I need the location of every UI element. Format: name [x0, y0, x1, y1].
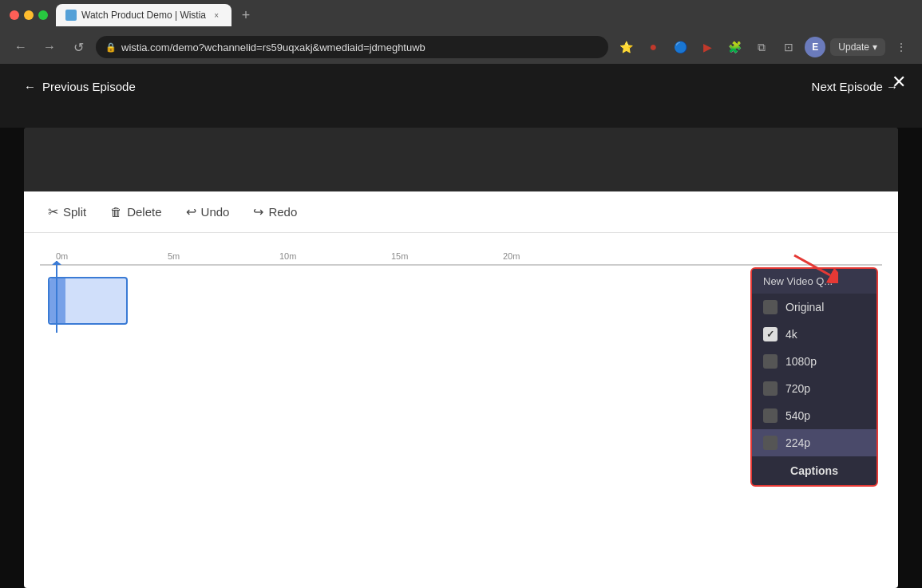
quality-1080p[interactable]: 1080p — [752, 348, 876, 375]
prev-arrow-icon: ← — [24, 80, 36, 93]
tab-title: Watch Product Demo | Wistia — [81, 10, 206, 21]
youtube-icon[interactable]: ▶ — [696, 36, 718, 58]
redo-icon: ↪ — [253, 204, 263, 219]
browser-chrome: Watch Product Demo | Wistia × + ← → ↺ 🔒 … — [0, 0, 922, 64]
video-top-area — [24, 128, 898, 191]
clip-handle-left[interactable] — [49, 278, 65, 323]
menu-icon[interactable]: ⋮ — [890, 36, 912, 58]
tab-close-button[interactable]: × — [211, 10, 222, 21]
ruler-mark-5m: 5m — [168, 251, 180, 261]
episode-navigation: ← Previous Episode Next Episode → — [0, 64, 922, 109]
quality-720p-checkbox — [763, 381, 778, 396]
extension-icon-1[interactable]: 🔵 — [669, 36, 691, 58]
ruler-mark-20m: 20m — [503, 251, 520, 261]
checkmark-icon: ✓ — [766, 329, 774, 340]
timeline-ruler: 0m 5m 10m 15m 20m — [40, 241, 882, 265]
quality-1080p-label: 1080p — [785, 355, 817, 368]
user-avatar[interactable]: E — [805, 37, 825, 57]
ruler-mark-10m: 10m — [279, 251, 296, 261]
quality-540p-label: 540p — [785, 409, 810, 422]
tab-favicon — [65, 10, 77, 21]
quality-4k-checkbox: ✓ — [763, 327, 778, 341]
traffic-lights — [10, 10, 48, 20]
cast-icon[interactable]: ⧉ — [750, 36, 773, 58]
next-episode-button[interactable]: Next Episode → — [812, 80, 898, 93]
window-icon[interactable]: ⊡ — [778, 36, 800, 58]
trash-icon: 🗑 — [110, 205, 122, 219]
delete-tool-button[interactable]: 🗑 Delete — [110, 205, 161, 219]
previous-episode-button[interactable]: ← Previous Episode — [24, 80, 136, 93]
previous-episode-label: Previous Episode — [42, 80, 136, 93]
quality-224p[interactable]: 224p — [752, 429, 876, 456]
quality-224p-label: 224p — [785, 436, 810, 449]
redo-tool-button[interactable]: ↪ Redo — [253, 204, 297, 219]
split-tool-button[interactable]: ✂ Split — [48, 204, 86, 219]
ruler-mark-0m: 0m — [56, 251, 68, 261]
toolbar-right: ⭐ ● 🔵 ▶ 🧩 ⧉ ⊡ E Update ▾ ⋮ — [615, 36, 912, 58]
update-chevron: ▾ — [873, 41, 877, 53]
timeline-separator — [40, 265, 882, 266]
reload-button[interactable]: ↺ — [67, 36, 89, 58]
back-button[interactable]: ← — [10, 36, 32, 58]
page-content: ✕ ← Previous Episode Next Episode → ✂ Sp… — [0, 64, 922, 588]
undo-tool-button[interactable]: ↩ Undo — [186, 204, 230, 219]
quality-720p-label: 720p — [785, 382, 810, 395]
maximize-traffic-light[interactable] — [38, 10, 48, 20]
next-episode-label: Next Episode → — [812, 80, 898, 93]
quality-original-checkbox — [763, 300, 778, 314]
undo-icon: ↩ — [186, 204, 196, 219]
minimize-traffic-light[interactable] — [24, 10, 34, 20]
close-button[interactable]: ✕ — [892, 72, 906, 93]
close-traffic-light[interactable] — [10, 10, 19, 20]
captions-button[interactable]: Captions — [752, 456, 876, 485]
quality-720p[interactable]: 720p — [752, 375, 876, 402]
video-container: ✂ Split 🗑 Delete ↩ Undo ↪ Redo — [24, 128, 898, 588]
tab-bar: Watch Product Demo | Wistia × + — [56, 4, 912, 26]
new-tab-button[interactable]: + — [235, 4, 257, 26]
ruler-mark-15m: 15m — [391, 251, 408, 261]
active-tab[interactable]: Watch Product Demo | Wistia × — [56, 4, 231, 26]
bookmark-icon[interactable]: ⭐ — [615, 36, 637, 58]
playhead[interactable] — [56, 261, 57, 333]
address-field[interactable]: 🔒 wistia.com/demo?wchannelid=rs59uqxakj&… — [96, 36, 608, 58]
quality-540p[interactable]: 540p — [752, 402, 876, 429]
editor-toolbar: ✂ Split 🗑 Delete ↩ Undo ↪ Redo — [24, 191, 898, 233]
address-bar-row: ← → ↺ 🔒 wistia.com/demo?wchannelid=rs59u… — [0, 30, 922, 64]
scissors-icon: ✂ — [48, 204, 58, 219]
svg-line-1 — [794, 255, 830, 275]
quality-4k-label: 4k — [785, 328, 797, 341]
wistia-icon[interactable]: ● — [642, 36, 664, 58]
forward-button[interactable]: → — [38, 36, 61, 58]
lock-icon: 🔒 — [105, 42, 117, 53]
quality-original-label: Original — [785, 301, 824, 314]
quality-1080p-checkbox — [763, 354, 778, 369]
quality-original[interactable]: Original — [752, 294, 876, 321]
quality-224p-checkbox — [763, 436, 778, 450]
quality-dropdown: New Video Q... Original ✓ 4k 1080p — [750, 267, 878, 487]
quality-540p-checkbox — [763, 408, 778, 423]
red-arrow-annotation — [790, 251, 838, 286]
puzzle-icon[interactable]: 🧩 — [723, 36, 746, 58]
quality-4k[interactable]: ✓ 4k — [752, 321, 876, 348]
title-bar: Watch Product Demo | Wistia × + — [0, 0, 922, 30]
clip-block[interactable] — [48, 277, 128, 325]
url-text: wistia.com/demo?wchannelid=rs59uqxakj&wm… — [121, 41, 425, 53]
dark-top-area: ✕ ← Previous Episode Next Episode → — [0, 64, 922, 128]
update-button[interactable]: Update ▾ — [830, 38, 885, 56]
